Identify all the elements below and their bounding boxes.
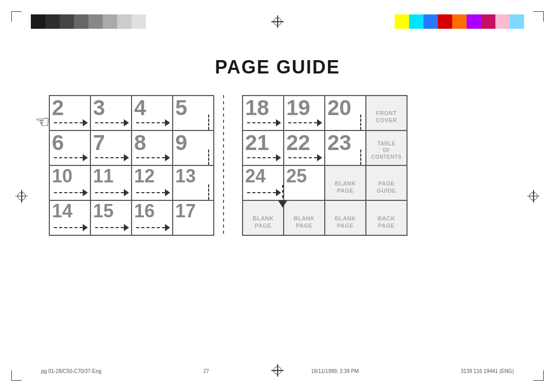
grayscale-bar xyxy=(31,14,146,29)
right-grid-wrapper: 18 19 20 FRONT COVER xyxy=(242,95,408,236)
arrow-right-icon xyxy=(95,225,129,231)
cell-blank-page-4a: BLANKPAGE xyxy=(243,200,284,235)
cell-15: 15 xyxy=(90,200,132,235)
table-of-contents-label: TABLEOFCONTENTS xyxy=(366,140,406,160)
footer-left: pg 01-28/C50-C70/37-Eng xyxy=(41,368,101,374)
cell-back-page: BACKPAGE xyxy=(366,200,407,235)
color-bar xyxy=(395,14,524,29)
arrow-right-icon xyxy=(136,225,170,231)
cell-table-of-contents: TABLEOFCONTENTS xyxy=(366,130,407,165)
cell-8: 8 xyxy=(132,130,173,165)
footer-product-code: 3139 116 19441 (ENG) xyxy=(461,368,514,374)
arrow-right-icon xyxy=(288,155,322,161)
cell-4: 4 xyxy=(132,96,173,130)
footer: pg 01-28/C50-C70/37-Eng 27 18/11/1999, 2… xyxy=(0,368,555,374)
arrow-right-icon xyxy=(247,155,281,161)
cell-blank-page-4c: BLANKPAGE xyxy=(325,200,366,235)
cell-front-cover: FRONT COVER xyxy=(366,96,407,130)
arrow-right-icon xyxy=(136,190,170,196)
footer-date: 18/11/1999, 2:39 PM xyxy=(311,368,359,374)
arrow-right-icon xyxy=(247,190,281,196)
page-title: PAGE GUIDE xyxy=(0,57,555,78)
arrow-right-icon xyxy=(288,120,322,126)
cell-9: 9 xyxy=(173,130,214,165)
cell-16: 16 xyxy=(132,200,173,235)
center-down-arrow xyxy=(278,185,287,208)
cell-page-guide: PAGEGUIDE xyxy=(366,165,407,200)
cell-11: 11 xyxy=(90,165,132,200)
arrow-right-icon xyxy=(54,155,88,161)
blank-page-label-4c: BLANKPAGE xyxy=(325,215,365,230)
cell-25: 25 xyxy=(284,165,325,200)
back-page-label: BACKPAGE xyxy=(366,215,406,230)
left-page-grid: 2 3 4 5 xyxy=(49,95,214,236)
cell-3: 3 xyxy=(90,96,132,130)
cell-5: 5 xyxy=(173,96,214,130)
cell-blank-page-4b: BLANKPAGE xyxy=(284,200,325,235)
cell-22: 22 xyxy=(284,130,325,165)
front-cover-label: FRONT COVER xyxy=(366,109,406,124)
top-bar xyxy=(0,14,555,29)
cell-7: 7 xyxy=(90,130,132,165)
cell-13: 13 xyxy=(173,165,214,200)
arrow-right-icon xyxy=(136,120,170,126)
cell-21: 21 xyxy=(243,130,284,165)
reg-cross-left xyxy=(15,190,28,202)
cell-12: 12 xyxy=(132,165,173,200)
arrow-right-icon xyxy=(95,155,129,161)
grid-spacer xyxy=(224,95,233,236)
arrow-right-icon xyxy=(54,120,88,126)
arrow-right-icon xyxy=(247,120,281,126)
arrow-right-icon xyxy=(136,155,170,161)
cell-6: 6 xyxy=(49,130,90,165)
cell-10: 10 xyxy=(49,165,90,200)
arrow-right-icon xyxy=(54,225,88,231)
cell-14: 14 xyxy=(49,200,90,235)
cell-20: 20 xyxy=(325,96,366,130)
cell-2: 2 xyxy=(49,96,90,130)
cell-19: 19 xyxy=(284,96,325,130)
blank-page-label-3: BLANKPAGE xyxy=(325,180,365,195)
hand-pointer-icon: ☞ xyxy=(35,112,50,132)
cell-17: 17 xyxy=(173,200,214,235)
cell-23: 23 xyxy=(325,130,366,165)
reg-cross-right xyxy=(527,190,540,202)
cell-18: 18 xyxy=(243,96,284,130)
arrow-right-icon xyxy=(95,190,129,196)
blank-page-label-4b: BLANKPAGE xyxy=(284,215,324,230)
vertical-separator-line xyxy=(223,95,224,236)
right-page-grid: 18 19 20 FRONT COVER xyxy=(242,95,408,236)
arrow-right-icon xyxy=(54,190,88,196)
arrow-right-icon xyxy=(95,120,129,126)
blank-page-label-4a: BLANKPAGE xyxy=(243,215,283,230)
page-guide-label: PAGEGUIDE xyxy=(366,180,406,195)
cell-blank-page-3: BLANKPAGE xyxy=(325,165,366,200)
cell-24: 24 xyxy=(243,165,284,200)
left-grid-wrapper: 2 3 4 5 xyxy=(49,95,214,236)
footer-page-number: 27 xyxy=(203,368,209,374)
